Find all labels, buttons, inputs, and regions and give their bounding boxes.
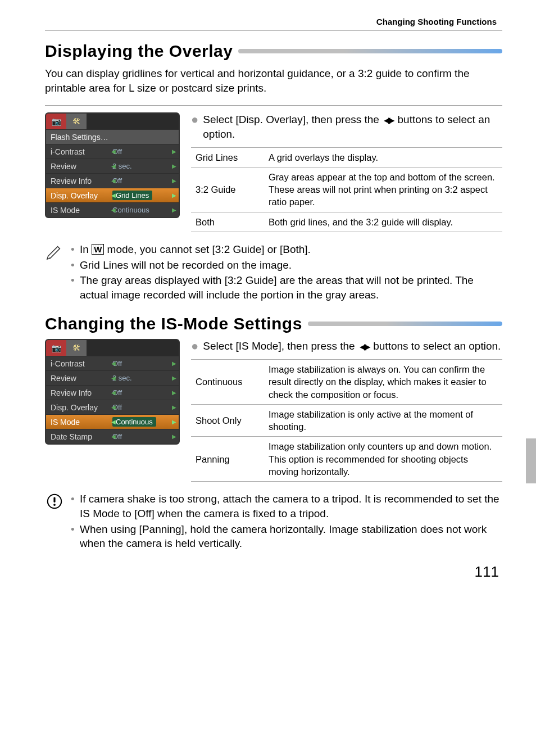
menu-row: Review Info ◀ Off ▶	[46, 385, 179, 400]
left-right-arrow-icon: ◀▶	[360, 341, 369, 352]
camera-tab-icon: 📷	[46, 114, 66, 129]
right-tri-icon: ▶	[172, 148, 176, 155]
menu-label: i-Contrast	[51, 147, 112, 156]
menu-label: Flash Settings…	[51, 133, 112, 142]
menu-row: i-Contrast ◀ Off ▶	[46, 356, 179, 370]
option-name: Grid Lines	[191, 147, 264, 167]
instruction-text: Select [Disp. Overlay], then press the	[203, 114, 382, 125]
menu-label: Review Info	[51, 388, 112, 397]
left-tri-icon: ◀	[111, 178, 116, 184]
page-number: 111	[45, 563, 502, 581]
option-name: Both	[191, 212, 264, 232]
overlay-options-table: Grid Lines A grid overlays the display. …	[191, 147, 502, 232]
camera-menu-screenshot: 📷 🛠 Flash Settings… i-Contrast ◀ Off ▶ R…	[45, 112, 180, 218]
menu-row-highlighted: IS Mode ◀ Continuous ▶	[46, 414, 179, 429]
svg-rect-1	[53, 497, 55, 503]
menu-label: Disp. Overlay	[51, 403, 112, 412]
option-desc: Image stabilization only counters up and…	[264, 437, 502, 482]
right-tri-icon: ▶	[172, 178, 176, 184]
ismode-instruction: ● Select [IS Mode], then press the ◀▶ bu…	[191, 339, 502, 354]
right-tri-icon: ▶	[172, 207, 176, 213]
table-row: Panning Image stabilization only counter…	[191, 437, 502, 482]
left-tri-icon: ◀	[111, 148, 116, 155]
bullet-icon: ●	[191, 114, 198, 126]
option-desc: Gray areas appear at the top and bottom …	[264, 167, 502, 212]
menu-label: Review Info	[51, 176, 112, 185]
menu-row: Flash Settings…	[46, 129, 179, 144]
section-title-ismode: Changing the IS-Mode Settings	[45, 314, 302, 333]
option-name: Shoot Only	[191, 404, 264, 437]
menu-row: IS Mode ◀ Continuous ▶	[46, 202, 179, 217]
table-row: 3:2 Guide Gray areas appear at the top a…	[191, 167, 502, 212]
note-item: In W mode, you cannot set [3:2 Guide] or…	[71, 242, 502, 257]
menu-row-highlighted: Disp. Overlay ◀ Grid Lines ▶	[46, 188, 179, 202]
camera-tab-icon: 📷	[46, 340, 66, 356]
menu-label: Disp. Overlay	[51, 191, 112, 200]
table-row: Shoot Only Image stabilization is only a…	[191, 404, 502, 437]
w-mode-icon: W	[92, 244, 104, 255]
option-name: Continuous	[191, 360, 264, 405]
note-item: The gray areas displayed with [3:2 Guide…	[71, 273, 502, 302]
right-tri-icon: ▶	[172, 192, 176, 198]
menu-row: Review Info ◀ Off ▶	[46, 173, 179, 188]
option-name: Panning	[191, 437, 264, 482]
menu-label: Review	[51, 162, 112, 171]
option-desc: Both grid lines, and the 3:2 guide will …	[264, 212, 502, 232]
page-category: Changing Shooting Functions	[45, 17, 502, 26]
table-row: Both Both grid lines, and the 3:2 guide …	[191, 212, 502, 232]
instruction-text: Select [IS Mode], then press the	[203, 340, 358, 352]
instruction-text: buttons to select an option.	[373, 340, 501, 352]
left-tri-icon: ◀	[111, 192, 116, 198]
heading-rule	[238, 49, 502, 53]
camera-menu-screenshot: 📷 🛠 i-Contrast ◀ Off ▶ Review ◀ 2 sec. ▶…	[45, 339, 180, 445]
menu-row: Disp. Overlay ◀ Off ▶	[46, 400, 179, 414]
left-tri-icon: ◀	[111, 163, 116, 169]
left-tri-icon: ◀	[111, 433, 116, 440]
tools-tab-icon: 🛠	[66, 340, 87, 356]
menu-label: Date Stamp	[51, 432, 112, 441]
right-tri-icon: ▶	[172, 404, 176, 410]
bullet-icon: ●	[191, 340, 198, 352]
right-tri-icon: ▶	[172, 419, 176, 425]
menu-value: Grid Lines	[112, 191, 152, 200]
menu-row: Review ◀ 2 sec. ▶	[46, 159, 179, 173]
menu-label: IS Mode	[51, 206, 112, 215]
menu-value: Continuous	[112, 417, 156, 427]
left-tri-icon: ◀	[111, 207, 116, 213]
right-tri-icon: ▶	[172, 390, 176, 396]
tools-tab-icon: 🛠	[66, 114, 87, 129]
option-desc: Image stabilization is always on. You ca…	[264, 360, 502, 405]
svg-point-2	[53, 504, 56, 506]
right-tri-icon: ▶	[172, 375, 176, 381]
left-tri-icon: ◀	[111, 375, 116, 381]
note-item: When using [Panning], hold the camera ho…	[71, 522, 502, 551]
menu-label: IS Mode	[51, 418, 112, 427]
left-tri-icon: ◀	[111, 419, 116, 425]
option-desc: Image stabilization is only active at th…	[264, 404, 502, 437]
menu-row: Date Stamp ◀ Off ▶	[46, 429, 179, 443]
menu-row: i-Contrast ◀ Off ▶	[46, 144, 179, 159]
menu-row: Review ◀ 2 sec. ▶	[46, 370, 179, 385]
table-row: Grid Lines A grid overlays the display.	[191, 147, 502, 167]
left-tri-icon: ◀	[111, 390, 116, 396]
table-row: Continuous Image stabilization is always…	[191, 360, 502, 405]
left-tri-icon: ◀	[111, 360, 116, 366]
option-desc: A grid overlays the display.	[264, 147, 502, 167]
note-item: If camera shake is too strong, attach th…	[71, 492, 502, 520]
left-right-arrow-icon: ◀▶	[384, 115, 393, 126]
right-tri-icon: ▶	[172, 163, 176, 169]
ismode-notes: If camera shake is too strong, attach th…	[71, 492, 502, 552]
overlay-notes: In W mode, you cannot set [3:2 Guide] or…	[71, 242, 502, 304]
overlay-instruction: ● Select [Disp. Overlay], then press the…	[191, 112, 502, 141]
menu-label: i-Contrast	[51, 359, 112, 368]
option-name: 3:2 Guide	[191, 167, 264, 212]
menu-label: Review	[51, 374, 112, 383]
note-pencil-icon	[45, 242, 64, 304]
note-item: Grid Lines will not be recorded on the i…	[71, 258, 502, 273]
overlay-intro: You can display gridlines for vertical a…	[45, 66, 502, 95]
section-title-overlay: Displaying the Overlay	[45, 42, 233, 61]
divider	[45, 30, 502, 30]
right-tri-icon: ▶	[172, 433, 176, 440]
ismode-options-table: Continuous Image stabilization is always…	[191, 359, 502, 482]
menu-value: Continuous	[112, 206, 149, 214]
